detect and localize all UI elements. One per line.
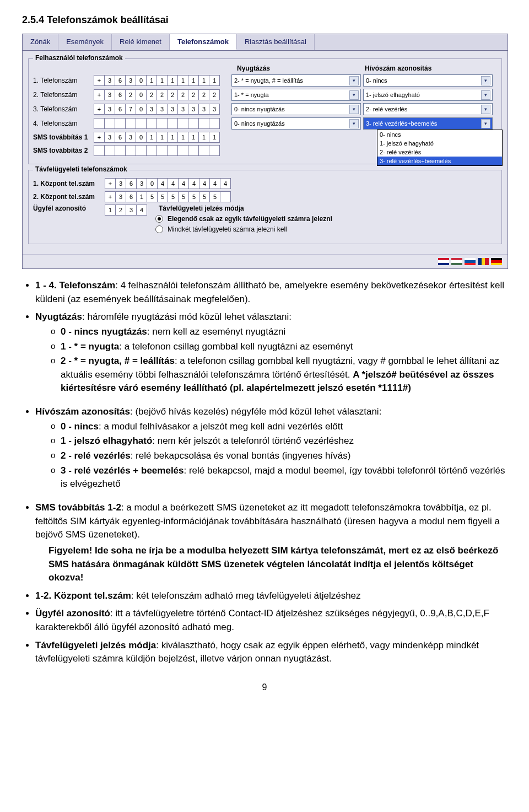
digit-cell[interactable] — [198, 145, 209, 156]
digit-cell[interactable]: 3 — [125, 75, 136, 86]
flag-hu-icon[interactable] — [451, 258, 462, 265]
digit-cell[interactable]: 3 — [104, 89, 115, 100]
digit-cell[interactable]: 2 — [125, 89, 136, 100]
digit-cell[interactable]: 5 — [157, 191, 168, 202]
digit-cell[interactable]: 4 — [199, 178, 210, 189]
digit-cell[interactable]: 4 — [168, 178, 179, 189]
digit-cell[interactable]: 3 — [104, 75, 115, 86]
digit-cell[interactable]: 3 — [146, 104, 157, 115]
phone-input[interactable]: +36703333333 — [94, 104, 219, 115]
digit-cell[interactable]: + — [94, 132, 105, 143]
dropdown-option[interactable]: 3- relé vezérlés+beemelés — [377, 157, 502, 165]
digit-cell[interactable]: + — [105, 178, 116, 189]
digit-cell[interactable] — [146, 145, 157, 156]
digit-cell[interactable]: 2 — [167, 89, 178, 100]
flag-de-icon[interactable] — [491, 258, 502, 265]
digit-cell[interactable]: 3 — [104, 132, 115, 143]
digit-cell[interactable]: 7 — [125, 104, 136, 115]
digit-cell[interactable] — [136, 145, 147, 156]
digit-cell[interactable] — [177, 118, 188, 129]
digit-cell[interactable]: 6 — [126, 178, 137, 189]
digit-cell[interactable]: 0 — [147, 178, 158, 189]
digit-cell[interactable]: 6 — [115, 104, 126, 115]
digit-cell[interactable]: 6 — [126, 191, 137, 202]
sms1-input[interactable]: +36301111111 — [94, 132, 219, 143]
caller-select[interactable]: 0- nincs▾ — [363, 74, 493, 87]
digit-cell[interactable]: 2 — [146, 89, 157, 100]
caller-select[interactable]: 3- relé vezérlés+beemelés▾ — [363, 117, 493, 130]
digit-cell[interactable]: 3 — [104, 104, 115, 115]
digit-cell[interactable] — [104, 145, 115, 156]
digit-cell[interactable] — [115, 118, 126, 129]
digit-cell[interactable]: 1 — [146, 132, 157, 143]
digit-cell[interactable]: 1 — [167, 132, 178, 143]
digit-cell[interactable]: + — [105, 191, 116, 202]
digit-cell[interactable]: 5 — [178, 191, 189, 202]
digit-cell[interactable] — [125, 145, 136, 156]
digit-cell[interactable]: 2 — [115, 205, 126, 216]
caller-select[interactable]: 1- jelszó elhagyható▾ — [363, 89, 493, 101]
digit-cell[interactable] — [94, 145, 105, 156]
digit-cell[interactable]: 4 — [188, 178, 199, 189]
digit-cell[interactable]: 2 — [209, 89, 220, 100]
digit-cell[interactable]: 1 — [177, 132, 188, 143]
kozpont1-input[interactable]: +36304444444 — [105, 178, 230, 189]
digit-cell[interactable]: 3 — [125, 132, 136, 143]
digit-cell[interactable]: 3 — [156, 104, 168, 115]
kozpont2-input[interactable]: +3615555555 — [105, 191, 230, 202]
digit-cell[interactable]: + — [94, 75, 105, 86]
digit-cell[interactable] — [136, 118, 147, 129]
digit-cell[interactable]: 6 — [115, 75, 126, 86]
digit-cell[interactable]: 3 — [188, 104, 199, 115]
ack-select[interactable]: 0- nincs nyugtázás▾ — [231, 103, 361, 115]
digit-cell[interactable] — [156, 118, 168, 129]
digit-cell[interactable]: 5 — [188, 191, 199, 202]
digit-cell[interactable] — [188, 145, 199, 156]
digit-cell[interactable]: 1 — [198, 75, 209, 86]
digit-cell[interactable]: 3 — [167, 104, 178, 115]
digit-cell[interactable]: 2 — [177, 89, 188, 100]
digit-cell[interactable]: 1 — [156, 132, 168, 143]
digit-cell[interactable]: 1 — [105, 205, 116, 216]
digit-cell[interactable] — [177, 145, 188, 156]
digit-cell[interactable]: 4 — [157, 178, 168, 189]
digit-cell[interactable]: 4 — [209, 178, 220, 189]
digit-cell[interactable]: + — [94, 89, 105, 100]
digit-cell[interactable]: 1 — [136, 191, 147, 202]
digit-cell[interactable] — [209, 118, 220, 129]
tab-relay[interactable]: Relé kimenet — [112, 34, 170, 50]
dropdown-option[interactable]: 0- nincs — [377, 130, 502, 139]
digit-cell[interactable]: 5 — [199, 191, 210, 202]
digit-cell[interactable]: 3 — [115, 191, 126, 202]
digit-cell[interactable]: 1 — [167, 75, 178, 86]
digit-cell[interactable]: 3 — [136, 178, 147, 189]
digit-cell[interactable]: 3 — [126, 205, 137, 216]
phone-input[interactable]: +36301111111 — [94, 75, 219, 86]
ugyfel-input[interactable]: 1234 — [105, 205, 147, 216]
digit-cell[interactable]: 1 — [198, 132, 209, 143]
digit-cell[interactable]: 5 — [168, 191, 179, 202]
dropdown-option[interactable]: 2- relé vezérlés — [377, 148, 502, 157]
digit-cell[interactable] — [156, 145, 168, 156]
digit-cell[interactable] — [198, 118, 209, 129]
digit-cell[interactable] — [220, 191, 231, 202]
digit-cell[interactable] — [94, 118, 105, 129]
digit-cell[interactable]: 6 — [115, 89, 126, 100]
phone-input[interactable]: +36202222222 — [94, 89, 219, 100]
tab-alarm[interactable]: Riasztás beállításai — [237, 34, 315, 50]
dropdown-option[interactable]: 1- jelszó elhagyható — [377, 139, 502, 148]
digit-cell[interactable]: 0 — [136, 104, 147, 115]
digit-cell[interactable]: 5 — [147, 191, 158, 202]
digit-cell[interactable] — [115, 145, 126, 156]
digit-cell[interactable]: 1 — [156, 75, 168, 86]
digit-cell[interactable]: + — [94, 104, 105, 115]
digit-cell[interactable]: 4 — [220, 178, 231, 189]
digit-cell[interactable]: 0 — [136, 75, 147, 86]
digit-cell[interactable]: 3 — [209, 104, 220, 115]
mode-option-0[interactable]: Elegendő csak az egyik távfelügyeleti sz… — [155, 215, 332, 223]
flag-sk-icon[interactable] — [465, 258, 476, 265]
phone-input[interactable] — [94, 118, 219, 129]
caller-select[interactable]: 2- relé vezérlés▾ — [363, 103, 493, 115]
tab-phones[interactable]: Telefonszámok — [170, 34, 237, 50]
sms2-input[interactable] — [94, 145, 219, 156]
